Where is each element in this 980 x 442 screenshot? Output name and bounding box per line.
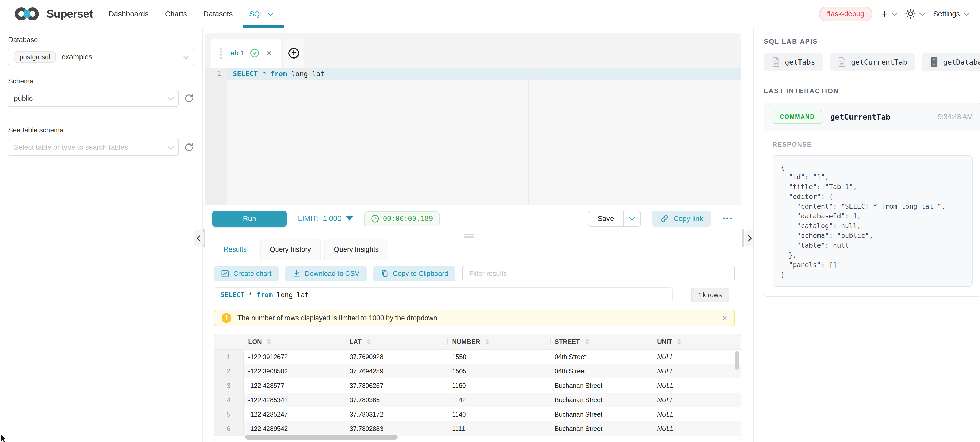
query-tab[interactable]: Tab 1 × [211,39,281,67]
chart-icon [221,270,229,278]
copy-link-button[interactable]: Copy link [652,211,711,227]
column-header-number[interactable]: NUMBER [447,334,550,349]
chevron-down-icon [963,10,969,16]
database-label: Database [8,36,194,44]
sort-icon[interactable] [585,338,589,345]
nav-item-dashboards[interactable]: Dashboards [108,10,148,18]
database-select[interactable]: postgresql examples [8,48,194,65]
table-row: 5-122.428524737.78031721140Buchanan Stre… [214,407,740,421]
interaction-card-header: COMMAND getCurrentTab 9:34:48 AM [764,103,980,131]
table-body: 1-122.391267237.7690928155004th StreetNU… [214,349,740,436]
download-csv-button[interactable]: Download to CSV [285,266,367,281]
brand-name: Superset [46,8,92,20]
command-badge: COMMAND [773,110,822,124]
cabinet-icon [930,57,939,67]
schema-select[interactable]: public [8,90,179,107]
refresh-tables-button[interactable] [184,142,194,153]
panel-resize-bar[interactable] [742,229,744,247]
close-tab-icon[interactable]: × [267,48,272,58]
response-label: RESPONSE [773,141,973,148]
add-tab-button[interactable]: + [284,39,304,67]
chevron-down-icon [267,10,273,16]
top-navbar: Superset Dashboards Charts Datasets SQL … [0,0,980,28]
schema-value: public [14,94,33,102]
copy-icon [380,270,389,278]
limit-dropdown[interactable]: LIMIT: 1 000 [298,214,353,223]
api-panel-title: SQL LAB APIS [764,37,975,45]
column-header-lon[interactable]: LON [243,334,345,349]
sqllab-main: Tab 1 × + 1 SELECT * from long_lat Run L… [202,28,753,442]
settings-menu[interactable]: Settings [933,10,969,18]
api-debug-panel: SQL LAB APIS getTabs getCurrentTab [753,28,980,442]
tab-query-insights[interactable]: Query Insights [325,239,388,260]
command-name: getCurrentTab [830,112,891,121]
theme-toggle-button[interactable] [905,8,924,19]
refresh-icon [184,93,194,104]
response-json-block: { "id": "1", "title": "Tab 1", "editor":… [773,155,973,287]
row-limit-warning-banner: ! The number of rows displayed is limite… [214,310,735,327]
chevron-down-icon [183,53,189,59]
tab-results[interactable]: Results [214,239,256,260]
database-engine-tag: postgresql [14,51,56,63]
table-row: 3-122.42857737.78062671160Buchanan Stree… [214,378,740,393]
sqllab-sidebar: Database postgresql examples Schema publ… [0,28,202,442]
table-row: 6-122.428954237.78028831111Buchanan Stre… [214,421,740,436]
sort-icon[interactable] [677,338,681,345]
caret-down-icon [346,216,353,221]
save-options-button[interactable] [624,211,641,227]
plus-icon: + [881,8,888,20]
get-databases-button[interactable]: getDatabases [922,53,980,71]
sort-icon[interactable] [485,338,490,345]
editor-toolbar: Run LIMIT: 1 000 00:00:00.189 Save [205,205,740,232]
horizontal-scrollbar[interactable] [245,434,398,440]
database-name: examples [62,53,92,61]
sql-code-line: SELECT * from long_lat [233,70,325,78]
get-tabs-button[interactable]: getTabs [764,53,823,71]
sun-icon [905,8,916,19]
editor-gutter: 1 [205,68,227,205]
close-icon[interactable]: × [722,314,727,322]
chevron-down-icon [167,143,173,149]
chevron-left-icon [197,235,203,241]
nav-right-controls: flask-debug + Settings [819,7,969,21]
nav-item-charts[interactable]: Charts [165,10,187,18]
sql-editor: 1 SELECT * from long_lat Run LIMIT: 1 00… [205,67,741,232]
create-chart-button[interactable]: Create chart [214,266,279,281]
superset-infinity-icon [11,6,42,22]
sql-editor-area[interactable]: 1 SELECT * from long_lat [205,68,740,205]
table-row: 1-122.391267237.7690928155004th StreetNU… [214,349,740,364]
copy-clipboard-button[interactable]: Copy to Clipboard [373,266,455,281]
vertical-scrollbar[interactable] [735,351,739,370]
schema-label: Schema [8,77,194,85]
save-button[interactable]: Save [588,211,624,227]
nav-item-sql[interactable]: SQL [249,10,272,18]
new-item-button[interactable]: + [881,8,896,20]
filter-results-input[interactable] [462,266,735,281]
get-current-tab-button[interactable]: getCurrentTab [830,53,915,71]
warning-icon: ! [221,313,231,323]
drag-handle-icon[interactable] [220,48,222,59]
run-button[interactable]: Run [212,211,287,227]
refresh-schemas-button[interactable] [184,93,194,104]
superset-logo[interactable]: Superset [11,6,92,22]
column-header-lat[interactable]: LAT [345,334,447,349]
sort-icon[interactable] [367,338,371,345]
executed-sql-preview: SELECT * from long_lat [214,287,673,302]
pane-resize-handle[interactable] [464,234,474,238]
query-tab-title: Tab 1 [227,49,245,57]
more-actions-button[interactable]: ••• [722,215,733,223]
table-row: 4-122.428534137.7803851142Buchanan Stree… [214,393,740,407]
warning-text: The number of rows displayed is limited … [237,314,439,322]
query-tabstrip: Tab 1 × + [205,33,741,67]
sort-icon[interactable] [267,338,271,345]
mouse-cursor [0,434,9,442]
column-header-street[interactable]: STREET [550,334,652,349]
nav-item-datasets[interactable]: Datasets [203,10,232,18]
column-header-unit[interactable]: UNIT [652,334,740,349]
collapse-sidebar-button[interactable] [194,230,204,246]
tab-query-history[interactable]: Query history [260,239,321,260]
table-select[interactable]: Select table or type to search tables [8,139,179,156]
page-icon [838,57,846,67]
success-check-icon [250,48,259,58]
interaction-card-body: RESPONSE { "id": "1", "title": "Tab 1", … [764,131,980,297]
